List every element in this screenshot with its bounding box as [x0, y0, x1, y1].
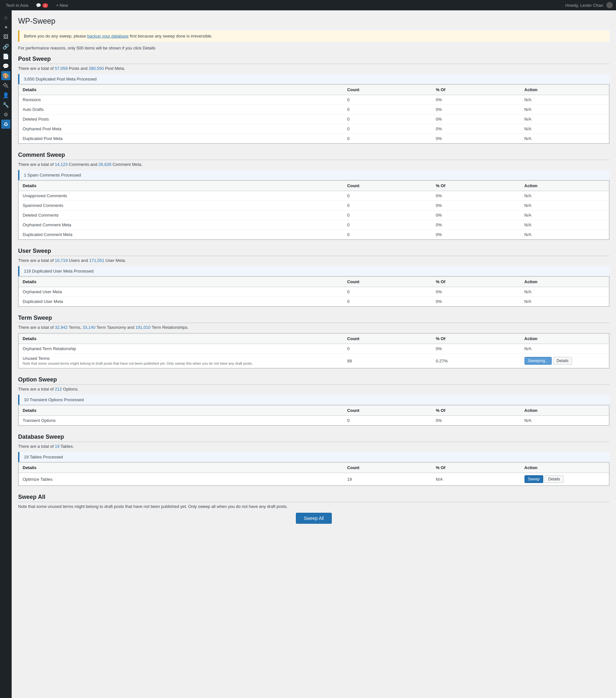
col-action: Action [521, 85, 609, 95]
col-count: Count [344, 405, 432, 416]
comment-sweep-section: Comment Sweep There are a total of 14,12… [18, 152, 610, 240]
row-count: 0 [344, 210, 432, 220]
row-count: 0 [344, 230, 432, 240]
user-meta-link[interactable]: 171,551 [89, 258, 104, 263]
sidebar-item-tools[interactable]: 🔧 [1, 100, 10, 109]
row-action: N/A [521, 105, 609, 114]
row-detail: Transient Options [19, 416, 344, 425]
table-row: Unused Terms Note that some unused terms… [19, 354, 609, 368]
table-row: Auto Drafts 0 0% N/A [19, 105, 609, 114]
row-percent: 0.27% [432, 354, 521, 368]
row-percent: N/A [432, 473, 521, 486]
sidebar-item-dashboard[interactable]: ⌂ [1, 13, 10, 22]
col-count: Count [344, 463, 432, 473]
details-button[interactable]: Details [545, 475, 564, 483]
admin-bar-new[interactable]: + New [53, 3, 70, 8]
admin-sidebar: ⌂ ✦ 🖼 🔗 📄 💬 🎨 🔌 👤 🔧 ⚙ ♻ [0, 10, 12, 698]
admin-bar-site-name[interactable]: Tech in Asia [3, 3, 31, 8]
row-count: 0 [344, 124, 432, 134]
row-detail: Deleted Posts [19, 114, 344, 124]
sidebar-item-settings[interactable]: ⚙ [1, 110, 10, 119]
col-action: Action [521, 334, 609, 344]
post-sweep-section: Post Sweep There are a total of 57,059 P… [18, 56, 610, 144]
table-row: Orphaned User Meta 0 0% N/A [19, 287, 609, 297]
row-detail: Orphaned User Meta [19, 287, 344, 297]
database-sweep-banner: 19 Tables Processed [18, 452, 610, 462]
table-row: Revisions 0 0% N/A [19, 95, 609, 105]
row-action: N/A [521, 201, 609, 210]
database-sweep-rows: Optimize Tables 19 N/A Sweep Details [19, 473, 609, 486]
row-percent: 0% [432, 344, 521, 354]
option-sweep-heading: Option Sweep [18, 376, 610, 385]
row-detail: Auto Drafts [19, 105, 344, 114]
col-percent: % Of [432, 334, 521, 344]
table-row: Duplicated Comment Meta 0 0% N/A [19, 230, 609, 240]
backup-link[interactable]: backup your database [87, 33, 129, 39]
tables-link[interactable]: 19 [55, 444, 59, 449]
row-action: N/A [521, 287, 609, 297]
sidebar-item-posts[interactable]: ✦ [1, 23, 10, 32]
sidebar-item-sweep[interactable]: ♻ [1, 120, 10, 129]
sweep-all-section: Sweep All Note that some unused terms mi… [18, 494, 610, 524]
row-action: Sweeping... Details [521, 354, 609, 368]
post-meta-link[interactable]: 280,550 [88, 66, 104, 71]
term-sweep-rows: Orphaned Term Relationship 0 0% N/A Unus… [19, 344, 609, 368]
admin-bar-howdy: Howdy, Lester Chan [565, 3, 603, 8]
user-sweep-table: Details Count % Of Action Orphaned User … [18, 276, 609, 307]
comment-sweep-desc: There are a total of 14,123 Comments and… [18, 162, 610, 167]
sidebar-item-comments[interactable]: 💬 [1, 61, 10, 70]
row-percent: 0% [432, 191, 521, 201]
comment-sweep-banner: 1 Spam Comments Processed [18, 170, 610, 180]
term-sweep-heading: Term Sweep [18, 315, 610, 323]
sidebar-item-users[interactable]: 👤 [1, 90, 10, 100]
row-action: Sweep Details [521, 473, 609, 486]
database-sweep-section: Database Sweep There are a total of 19 T… [18, 434, 610, 486]
row-action: N/A [521, 416, 609, 425]
sidebar-item-pages[interactable]: 📄 [1, 52, 10, 61]
row-percent: 0% [432, 134, 521, 143]
term-sweep-table: Details Count % Of Action Orphaned Term … [18, 333, 609, 368]
comment-meta-link[interactable]: 26,626 [99, 162, 112, 167]
col-details: Details [19, 405, 344, 416]
term-relationships-link[interactable]: 191,010 [136, 325, 151, 330]
col-details: Details [19, 277, 344, 287]
details-button[interactable]: Details [553, 357, 572, 365]
term-taxonomy-link[interactable]: 33,140 [82, 325, 95, 330]
table-row: Spammed Comments 0 0% N/A [19, 201, 609, 210]
row-count: 89 [344, 354, 432, 368]
sidebar-item-links[interactable]: 🔗 [1, 42, 10, 51]
page-title: WP-Sweep [18, 17, 610, 26]
sidebar-item-media[interactable]: 🖼 [1, 32, 10, 41]
sweep-button[interactable]: Sweep [524, 475, 544, 483]
row-action: N/A [521, 297, 609, 307]
col-action: Action [521, 463, 609, 473]
row-count: 19 [344, 473, 432, 486]
admin-bar-comments[interactable]: 💬 0 [33, 3, 51, 8]
option-sweep-table-wrapper: Details Count % Of Action Transient Opti… [18, 405, 610, 426]
post-sweep-table: Details Count % Of Action Revisions 0 0%… [18, 84, 609, 143]
comments-count: 0 [42, 3, 48, 8]
sweep-all-button[interactable]: Sweep All [296, 513, 332, 524]
posts-link[interactable]: 57,059 [55, 66, 68, 71]
row-count: 0 [344, 114, 432, 124]
col-action: Action [521, 181, 609, 191]
table-row: Transient Options 0 0% N/A [19, 416, 609, 425]
col-percent: % Of [432, 277, 521, 287]
terms-link[interactable]: 32,942 [55, 325, 68, 330]
sweep-all-note: Note that some unused terms might belong… [18, 504, 610, 509]
comment-sweep-table-wrapper: Details Count % Of Action Unapproved Com… [18, 180, 610, 240]
row-detail: Orphaned Post Meta [19, 124, 344, 134]
comments-link[interactable]: 14,123 [55, 162, 68, 167]
sweep-all-heading: Sweep All [18, 494, 610, 502]
option-sweep-rows: Transient Options 0 0% N/A [19, 416, 609, 425]
sweep-all-button-wrap: Sweep All [18, 513, 610, 524]
sidebar-item-appearance[interactable]: 🎨 [1, 71, 10, 80]
sweeping-button[interactable]: Sweeping... [524, 357, 552, 365]
avatar [606, 2, 613, 9]
users-link[interactable]: 10,719 [55, 258, 68, 263]
col-count: Count [344, 334, 432, 344]
post-sweep-desc: There are a total of 57,059 Posts and 28… [18, 66, 610, 71]
options-link[interactable]: 212 [55, 387, 62, 391]
row-detail: Revisions [19, 95, 344, 105]
sidebar-item-plugins[interactable]: 🔌 [1, 81, 10, 90]
